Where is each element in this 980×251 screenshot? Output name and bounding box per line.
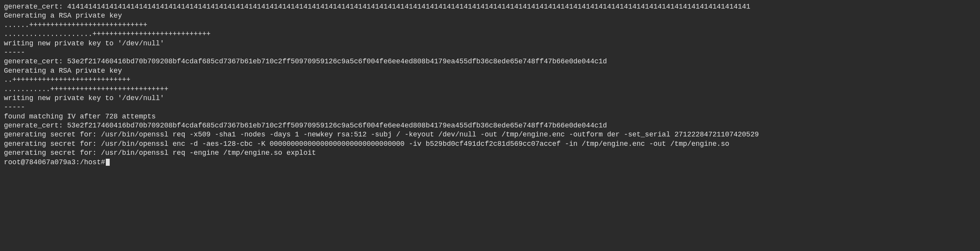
terminal-line: Generating a RSA private key: [4, 66, 976, 75]
terminal-line: ...........++++++++++++++++++++++++++++: [4, 85, 976, 94]
terminal-line: generating secret for: /usr/bin/openssl …: [4, 140, 976, 149]
terminal-line: Generating a RSA private key: [4, 11, 976, 20]
terminal-line: generating secret for: /usr/bin/openssl …: [4, 130, 976, 139]
terminal-line: .....................+++++++++++++++++++…: [4, 30, 976, 39]
terminal-line: generate_cert: 53e2f217460416bd70b709208…: [4, 57, 976, 66]
terminal-output: generate_cert: 4141414141414141414141414…: [4, 2, 976, 167]
terminal-cursor: [106, 159, 110, 166]
terminal-prompt: root@784067a079a3:/host#: [4, 158, 105, 167]
terminal-line: ......++++++++++++++++++++++++++++: [4, 21, 976, 30]
terminal-line: -----: [4, 48, 976, 57]
terminal-line: -----: [4, 103, 976, 112]
terminal-line: generating secret for: /usr/bin/openssl …: [4, 149, 976, 158]
terminal-line: found matching IV after 728 attempts: [4, 112, 976, 121]
terminal-line: writing new private key to '/dev/null': [4, 39, 976, 48]
terminal-line: generate_cert: 53e2f217460416bd70b709208…: [4, 121, 976, 130]
terminal-line: ..++++++++++++++++++++++++++++: [4, 75, 976, 84]
terminal-line: writing new private key to '/dev/null': [4, 94, 976, 103]
terminal-prompt-line[interactable]: root@784067a079a3:/host#: [4, 158, 976, 167]
terminal-line: generate_cert: 4141414141414141414141414…: [4, 2, 976, 11]
